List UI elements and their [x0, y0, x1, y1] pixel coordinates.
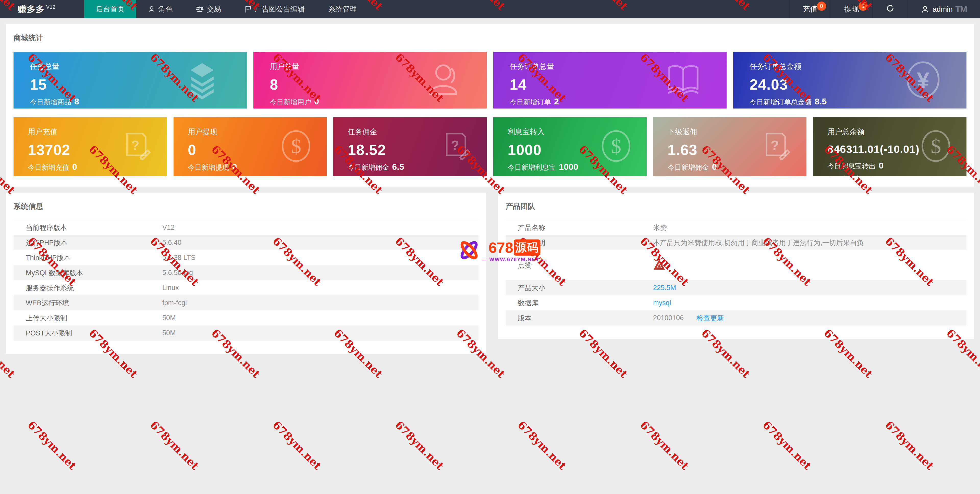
recharge-label: 充值 — [803, 4, 818, 14]
database-link[interactable]: mysql — [653, 299, 671, 307]
menu-item-ads[interactable]: 广告图公告编辑 — [233, 0, 317, 18]
menu-item-label: 交易 — [207, 4, 221, 14]
stat-card-user-withdraw: 用户提现 0 今日新增提现0 昨日新增提现0 $ — [173, 117, 327, 176]
stat-card-task-commission: 任务佣金 18.52 今日新增佣金6.5 昨日新增佣金0 ? — [333, 117, 487, 176]
stat-card-user-balance: 用户总余额 846311.01(-10.01) 今日利息宝转出0 今日利息宝收益… — [813, 117, 966, 176]
product-size-link[interactable]: 225.5M — [653, 284, 676, 292]
stat-card-interest-in: 利息宝转入 1000 今日新增利息宝1000 昨日新增利息宝0 $ — [493, 117, 647, 176]
watermark-tile: 678ym.net — [25, 419, 79, 472]
svg-text:?: ? — [771, 138, 779, 153]
product-team-panel: 产品团队 产品名称米赞 产品说明本产品只为米赞使用权,切勿用于商业或者用于违法行… — [498, 193, 974, 339]
refresh-button[interactable] — [872, 0, 908, 18]
table-row: 点赞 — [506, 250, 966, 280]
menu-item-roles[interactable]: 角色 — [136, 0, 184, 18]
user-icon — [921, 5, 929, 13]
table-row: 上传大小限制50M — [14, 311, 479, 325]
table-row: 版本 20100106 检查更新 — [506, 311, 966, 325]
menu-item-home[interactable]: 后台首页 — [84, 0, 136, 18]
watermark-tile: 678ym.net — [148, 419, 201, 472]
menu-item-label: 后台首页 — [96, 4, 124, 14]
system-info-title: 系统信息 — [14, 201, 479, 212]
watermark-tile: 678ym.net — [638, 419, 691, 472]
book-icon — [664, 61, 702, 100]
username: admin — [932, 5, 953, 14]
tm-mark: TM — [955, 4, 967, 14]
withdraw-label: 提现 — [844, 4, 859, 14]
stat-card-orders-amount: 任务订单总金额 24.03 今日新增订单总金额8.5 昨日新增订单总金额0 ¥ — [733, 52, 966, 108]
withdraw-button[interactable]: 提现 1 — [831, 0, 872, 18]
stat-card-orders-total: 任务订单总量 14 今日新增订单2 昨日新增订单0 — [493, 52, 727, 108]
doc-question-icon: ? — [759, 129, 792, 164]
stat-card-sub-rebate: 下级返佣 1.63 今日新增佣金0 昨日新增佣金0 ? — [653, 117, 807, 176]
app-logo-text: 赚多多 — [18, 3, 45, 15]
user-icon — [148, 6, 155, 13]
watermark-tile: 678ym.net — [393, 419, 446, 472]
doc-question-icon: ? — [439, 129, 473, 164]
stats-row-2: 用户充值 13702 今日新增充值0 昨日新增充值0 ? 用户提现 0 今日新增… — [14, 117, 966, 176]
recharge-button[interactable]: 充值 0 — [789, 0, 831, 18]
main-menu: 后台首页 角色 交易 广告图公告编辑 系统管理 — [84, 0, 369, 18]
menu-item-label: 系统管理 — [328, 4, 357, 14]
table-row: POST大小限制50M — [14, 325, 479, 341]
atom-icon — [457, 238, 481, 263]
watermark-tile: 678ym.net — [270, 419, 324, 472]
top-navbar: 赚多多 V12 后台首页 角色 交易 广告图公告编辑 系统管理 — [0, 0, 980, 18]
system-info-panel: 系统信息 当前程序版本V12 运行PHP版本5.6.40 ThinkPHP版本5… — [6, 193, 486, 354]
recharge-badge: 0 — [817, 2, 826, 11]
svg-text:$: $ — [611, 135, 621, 158]
table-row: ThinkPHP版本5.1.38 LTS — [14, 250, 479, 265]
stat-card-user-recharge: 用户充值 13702 今日新增充值0 昨日新增充值0 ? — [14, 117, 167, 176]
table-row: 产品名称米赞 — [506, 220, 966, 235]
table-row: MySQL数据库版本5.6.50-log — [14, 265, 479, 280]
menu-item-system[interactable]: 系统管理 — [317, 0, 369, 18]
shop-stats-panel: 商城统计 任务总量 15 今日新增商品8 昨日新增商品0 用户总量 8 今日新增… — [6, 24, 974, 186]
stat-card-yesterday: 今日利息宝收益0 — [827, 174, 959, 176]
navbar-right: 充值 0 提现 1 admin TM — [789, 0, 980, 18]
svg-text:?: ? — [451, 138, 459, 153]
refresh-icon — [886, 4, 894, 14]
table-row: 产品说明本产品只为米赞使用权,切勿用于商业或者用于违法行为,一切后果自负 — [506, 235, 966, 250]
watermark-site-logo: 678 源码 — WWW.678YM.NET — — [457, 238, 547, 263]
svg-text:$: $ — [931, 135, 941, 158]
flag-icon — [245, 6, 251, 13]
app-version: V12 — [46, 4, 56, 10]
svg-text:?: ? — [131, 138, 139, 153]
stats-panel-title: 商城统计 — [14, 33, 966, 43]
app-logo: 赚多多 V12 — [0, 0, 84, 18]
table-row: 服务器操作系统Linux — [14, 280, 479, 295]
watermark-tile: 678ym.net — [883, 419, 936, 472]
dollar-circle-icon: $ — [280, 129, 313, 164]
svg-text:¥: ¥ — [917, 67, 929, 93]
table-row: WEB运行环境fpm-fcgi — [14, 295, 479, 311]
menu-item-trade[interactable]: 交易 — [184, 0, 233, 18]
menu-item-label: 角色 — [158, 4, 172, 14]
menu-item-label: 广告图公告编辑 — [255, 4, 305, 14]
product-team-table: 产品名称米赞 产品说明本产品只为米赞使用权,切勿用于商业或者用于违法行为,一切后… — [506, 220, 966, 325]
table-row: 产品大小225.5M — [506, 280, 966, 295]
svg-text:$: $ — [291, 135, 301, 158]
table-row: 当前程序版本V12 — [14, 220, 479, 235]
stat-card-users-total: 用户总量 8 今日新增用户0 昨日新增用户0 — [253, 52, 487, 108]
dollar-circle-icon: $ — [919, 129, 953, 164]
system-info-table: 当前程序版本V12 运行PHP版本5.6.40 ThinkPHP版本5.1.38… — [14, 220, 479, 341]
version-value: 20100106 — [653, 314, 684, 322]
user-icon — [424, 61, 463, 100]
doc-question-icon: ? — [120, 129, 153, 164]
yen-circle-icon: ¥ — [904, 61, 942, 100]
scales-icon — [196, 6, 204, 13]
table-row: 数据库mysql — [506, 295, 966, 311]
withdraw-badge: 1 — [859, 2, 868, 11]
product-logo-triangle-icon — [653, 259, 665, 272]
stat-card-tasks-total: 任务总量 15 今日新增商品8 昨日新增商品0 — [14, 52, 247, 108]
user-menu[interactable]: admin TM — [908, 0, 980, 18]
watermark-brand-text: 678 — [488, 239, 513, 256]
product-team-title: 产品团队 — [506, 201, 966, 212]
main-content: 商城统计 任务总量 15 今日新增商品8 昨日新增商品0 用户总量 8 今日新增… — [0, 18, 980, 360]
dollar-circle-icon: $ — [600, 129, 633, 164]
watermark-tile: 678ym.net — [515, 419, 569, 472]
check-update-link[interactable]: 检查更新 — [697, 314, 724, 323]
layers-icon — [182, 59, 223, 101]
bottom-panels: 系统信息 当前程序版本V12 运行PHP版本5.6.40 ThinkPHP版本5… — [6, 193, 974, 354]
table-row: 运行PHP版本5.6.40 — [14, 235, 479, 250]
stats-row-1: 任务总量 15 今日新增商品8 昨日新增商品0 用户总量 8 今日新增用户0 昨… — [14, 52, 966, 108]
